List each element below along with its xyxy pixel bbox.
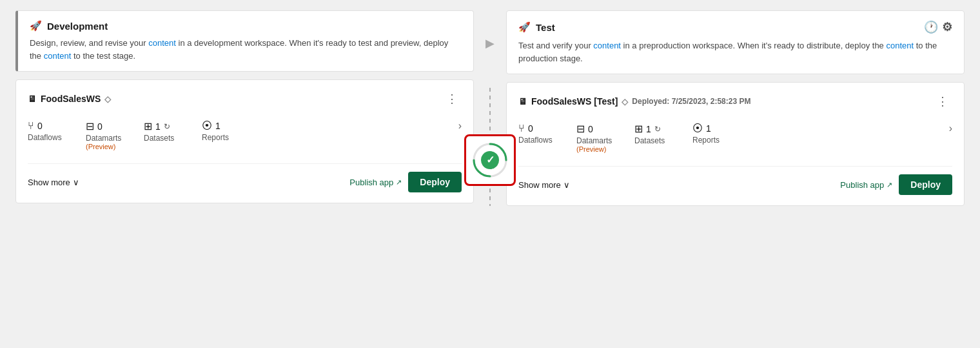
development-card-footer: Show more ∨ Publish app ↗ Deploy: [28, 163, 462, 192]
test-stage-title: 🚀 Test 🕐 ⚙: [518, 20, 952, 34]
test-stage-title-icons: 🕐 ⚙: [924, 20, 952, 34]
test-datasets-label: Datasets: [634, 136, 665, 145]
test-dataflows-count: 0: [528, 123, 533, 134]
test-workspace-card: 🖥 FoodSalesWS [Test] ◇ Deployed: 7/25/20…: [506, 82, 965, 206]
development-stage: 🚀 Development Design, review, and revise…: [15, 10, 474, 203]
development-description: Design, review, and revise your content …: [30, 37, 462, 62]
development-publish-label: Publish app: [349, 178, 393, 187]
test-description: Test and verify your content in a prepro…: [518, 39, 952, 65]
development-publish-app-link[interactable]: Publish app ↗: [349, 178, 402, 187]
test-datasets-count: 1: [646, 124, 651, 134]
stage-arrow-connector: ▶: [474, 10, 506, 50]
test-dataflows-icon: ⑂: [518, 123, 525, 134]
test-datasets-refresh-icon: ↻: [654, 125, 661, 134]
test-more-button[interactable]: ⋮: [933, 93, 952, 110]
show-more-chevron: ∨: [73, 178, 79, 187]
development-workspace-title: 🖥 FoodSalesWS ◇: [28, 94, 111, 104]
test-show-more[interactable]: Show more ∨: [518, 180, 570, 190]
test-datasets-stat: ⊞ 1 ↻ Datasets: [634, 123, 692, 145]
development-deploy-button[interactable]: Deploy: [408, 172, 462, 192]
test-reports-icon: ⦿: [692, 123, 703, 134]
datamarts-count: 0: [97, 121, 103, 132]
datasets-icon: ⊞: [144, 120, 152, 132]
test-card-footer: Show more ∨ Publish app ↗ Deploy: [518, 166, 952, 195]
test-deployed-info: Deployed: 7/25/2023, 2:58:23 PM: [632, 97, 750, 106]
pipeline-container: 🚀 Development Design, review, and revise…: [15, 10, 965, 206]
dataflows-icon: ⑂: [28, 120, 34, 132]
deploy-progress-inner: ✓: [471, 141, 509, 179]
test-footer-actions: Publish app ↗ Deploy: [840, 174, 952, 195]
development-dataflows-stat: ⑂ 0 Dataflows: [28, 120, 86, 142]
dataflows-count: 0: [37, 121, 43, 131]
test-stats-nav[interactable]: ›: [944, 123, 952, 134]
datamarts-label: Datamarts: [86, 134, 121, 143]
development-show-more[interactable]: Show more ∨: [28, 178, 79, 187]
test-rocket-icon: 🚀: [518, 21, 531, 33]
datamarts-icon: ⊟: [86, 120, 94, 132]
datasets-label: Datasets: [144, 134, 174, 143]
test-workspace-name: FoodSalesWS [Test]: [531, 96, 618, 107]
deploy-spinner-svg: ✓: [471, 141, 509, 179]
development-workspace-icon: 🖥: [28, 94, 37, 104]
development-diamond-icon: ◇: [104, 94, 111, 104]
development-reports-stat: ⦿ 1 Reports: [202, 120, 260, 142]
development-more-button[interactable]: ⋮: [442, 90, 462, 107]
development-stage-title: 🚀 Development: [30, 20, 462, 32]
test-datamarts-icon: ⊟: [576, 123, 585, 135]
development-publish-external-icon: ↗: [396, 178, 402, 187]
test-workspace-title: 🖥 FoodSalesWS [Test] ◇ Deployed: 7/25/20…: [518, 96, 750, 107]
test-datamarts-count: 0: [588, 124, 593, 134]
test-publish-app-link[interactable]: Publish app ↗: [840, 180, 892, 190]
reports-label: Reports: [202, 133, 229, 142]
development-workspace-name: FoodSalesWS: [41, 94, 101, 104]
development-stats-nav[interactable]: ›: [453, 120, 462, 132]
datasets-refresh-icon: ↻: [164, 122, 170, 131]
test-datasets-icon: ⊞: [634, 123, 643, 135]
test-stage: 🚀 Test 🕐 ⚙ Test and verify your content …: [506, 10, 965, 206]
test-dataflows-stat: ⑂ 0 Dataflows: [518, 123, 576, 145]
development-datamarts-stat: ⊟ 0 Datamarts (Preview): [86, 120, 144, 150]
test-reports-stat: ⦿ 1 Reports: [692, 123, 750, 145]
test-publish-label: Publish app: [840, 180, 884, 190]
reports-icon: ⦿: [202, 120, 212, 132]
development-title-text: Development: [47, 21, 108, 32]
test-diamond-icon: ◇: [622, 97, 628, 107]
development-datasets-stat: ⊞ 1 ↻ Datasets: [144, 120, 202, 143]
development-workspace-card: 🖥 FoodSalesWS ◇ ⋮ ⑂ 0 Dataflows: [15, 79, 474, 203]
test-show-more-label: Show more: [518, 180, 561, 190]
deploy-progress-indicator: ✓: [464, 134, 516, 186]
test-settings-icon[interactable]: ⚙: [942, 20, 952, 34]
datamarts-sublabel: (Preview): [86, 143, 115, 150]
test-datamarts-label: Datamarts: [576, 136, 612, 145]
test-datamarts-sublabel: (Preview): [576, 145, 606, 153]
datasets-count: 1: [155, 121, 161, 132]
test-history-icon[interactable]: 🕐: [924, 20, 938, 34]
development-workspace-header: 🖥 FoodSalesWS ◇ ⋮: [28, 90, 462, 107]
development-rocket-icon: 🚀: [30, 20, 42, 32]
test-datamarts-stat: ⊟ 0 Datamarts (Preview): [576, 123, 634, 153]
reports-count: 1: [215, 121, 220, 131]
development-stage-header: 🚀 Development Design, review, and revise…: [15, 10, 474, 72]
dataflows-label: Dataflows: [28, 133, 62, 142]
development-stats-row: ⑂ 0 Dataflows ⊟ 0 Datamarts (Preview): [28, 120, 462, 150]
test-title-text: Test: [536, 22, 555, 33]
test-reports-count: 1: [706, 123, 711, 134]
test-publish-external-icon: ↗: [887, 181, 892, 189]
test-reports-label: Reports: [692, 136, 720, 145]
arrow-right-icon: ▶: [485, 36, 495, 50]
development-footer-actions: Publish app ↗ Deploy: [349, 172, 462, 192]
test-show-more-chevron: ∨: [564, 180, 570, 190]
test-stats-row: ⑂ 0 Dataflows ⊟ 0 Datamarts (Preview): [518, 123, 952, 153]
test-deploy-button[interactable]: Deploy: [899, 174, 952, 195]
test-stage-header: 🚀 Test 🕐 ⚙ Test and verify your content …: [506, 10, 965, 74]
test-dataflows-label: Dataflows: [518, 136, 553, 145]
test-workspace-header: 🖥 FoodSalesWS [Test] ◇ Deployed: 7/25/20…: [518, 93, 952, 110]
show-more-label: Show more: [28, 178, 70, 187]
test-workspace-icon: 🖥: [518, 96, 527, 107]
svg-text:✓: ✓: [486, 154, 495, 165]
